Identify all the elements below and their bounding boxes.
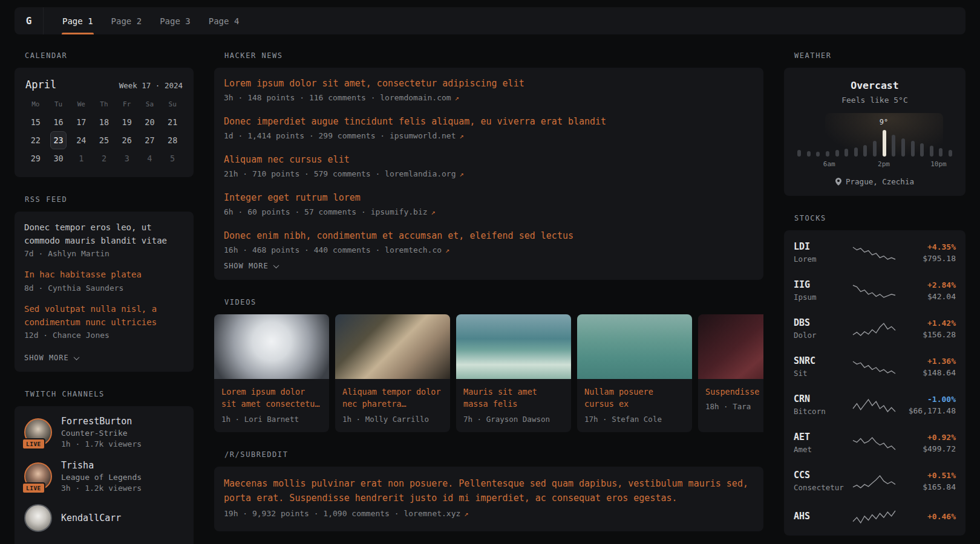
hackernews-post-title[interactable]: Integer eget rutrum lorem: [224, 192, 754, 204]
weather-location: Prague, Czechia: [846, 177, 914, 186]
hackernews-post-source[interactable]: loremlandia.org: [385, 169, 456, 178]
stock-row[interactable]: AETAmet+0.92%$499.72: [794, 424, 956, 462]
rss-item[interactable]: Donec tempor eros leo, ut commodo mauris…: [24, 221, 184, 258]
hackernews-post-title[interactable]: Aliquam nec cursus elit: [224, 154, 754, 166]
hackernews-post-title[interactable]: Donec imperdiet augue tincidunt felis al…: [224, 115, 754, 128]
stock-sparkline: [848, 508, 900, 525]
video-meta: 18h · Tara: [705, 402, 763, 411]
rss-widget: RSS FEED Donec tempor eros leo, ut commo…: [15, 195, 194, 372]
calendar-day: 24: [70, 131, 93, 149]
twitch-channel-row[interactable]: LIVETrishaLeague of Legends3h · 1.2k vie…: [24, 460, 184, 493]
stock-values: +0.46%: [900, 512, 956, 521]
rss-item-meta: 12d · Chance Jones: [24, 331, 184, 340]
weather-bar: [854, 147, 858, 157]
video-card[interactable]: Aliquam tempor dolor nec pharetra…1h · M…: [335, 314, 450, 432]
twitch-channel-list: LIVEForrestBurtonCounter-Strike1h · 1.7k…: [24, 416, 184, 532]
video-title: Nullam posuere cursus ex: [584, 386, 685, 410]
video-card[interactable]: Lorem ipsum dolor sit amet consectetu…1h…: [214, 314, 329, 432]
stock-change: +0.51%: [900, 471, 956, 480]
calendar-header: April Week 17 · 2024: [25, 79, 183, 91]
twitch-channel-row[interactable]: KendallCarr: [24, 504, 184, 532]
stock-row[interactable]: CCSConsectetur+0.51%$165.84: [794, 462, 956, 500]
live-badge: LIVE: [22, 482, 45, 494]
stock-row[interactable]: AHS+0.46%: [794, 500, 956, 533]
video-thumbnail: [456, 314, 571, 379]
tab-page-1[interactable]: Page 1: [53, 7, 102, 34]
stock-row[interactable]: LDILorem+4.35%$795.18: [794, 233, 956, 271]
stock-ticker: CRN: [794, 393, 848, 404]
hackernews-section-title: HACKER NEWS: [224, 51, 763, 60]
hackernews-show-more-button[interactable]: SHOW MORE: [224, 258, 278, 270]
sparkline-chart: [852, 473, 897, 490]
twitch-channel-game: Counter-Strike: [61, 429, 142, 438]
tab-page-3[interactable]: Page 3: [151, 7, 200, 34]
stock-list: LDILorem+4.35%$795.18IIGIpsum+2.84%$42.0…: [794, 233, 956, 533]
subreddit-post: Maecenas mollis pulvinar erat non posuer…: [224, 476, 754, 519]
stock-name: Consectetur: [794, 483, 848, 492]
video-title: Suspendisse diam: [705, 386, 763, 398]
weather-bar: [844, 149, 848, 157]
hackernews-card: Lorem ipsum dolor sit amet, consectetur …: [214, 68, 763, 280]
weather-bar: [883, 130, 886, 157]
left-column: CALENDAR April Week 17 · 2024 MoTuWeThFr…: [15, 51, 194, 544]
center-column: HACKER NEWS Lorem ipsum dolor sit amet, …: [214, 51, 763, 544]
weather-widget: WEATHER Overcast Feels like 5°C 6am2pm10…: [784, 51, 965, 196]
video-thumbnail: [214, 314, 329, 379]
external-link-icon: ↗: [445, 246, 449, 254]
stock-change: +2.84%: [900, 280, 956, 290]
subreddit-post-source[interactable]: loremnet.xyz: [403, 509, 460, 518]
stock-row[interactable]: CRNBitcorn-1.00%$66,171.48: [794, 386, 956, 424]
hackernews-post-title[interactable]: Lorem ipsum dolor sit amet, consectetur …: [224, 77, 754, 90]
video-meta: 17h · Stefan Cole: [584, 415, 685, 424]
stock-row[interactable]: IIGIpsum+2.84%$42.04: [794, 271, 956, 309]
tab-page-2[interactable]: Page 2: [102, 7, 151, 34]
external-link-icon: ↗: [460, 170, 464, 178]
dashboard-grid: CALENDAR April Week 17 · 2024 MoTuWeThFr…: [15, 51, 965, 544]
app-logo[interactable]: G: [15, 7, 44, 34]
stock-row[interactable]: SNRCSit+1.36%$148.64: [794, 348, 956, 386]
calendar-day: 27: [139, 131, 162, 149]
weather-bar: [892, 135, 895, 157]
calendar-days-grid: 1516171819202122232425262728293012345: [24, 113, 184, 167]
rss-show-more-button[interactable]: SHOW MORE: [24, 350, 79, 362]
stock-change: -1.00%: [900, 395, 956, 404]
weather-peak-temp: 9°: [880, 118, 888, 126]
video-meta: 1h · Molly Carrillo: [342, 415, 443, 424]
sparkline-chart: [852, 397, 897, 413]
video-title: Lorem ipsum dolor sit amet consectetu…: [221, 386, 322, 410]
weather-condition: Overcast: [794, 80, 956, 91]
video-card[interactable]: Suspendisse diam18h · Tara: [698, 314, 763, 432]
hackernews-widget: HACKER NEWS Lorem ipsum dolor sit amet, …: [214, 51, 763, 280]
calendar-day: 16: [47, 113, 70, 131]
stock-change: +0.46%: [900, 512, 956, 521]
stock-row[interactable]: DBSDolor+1.42%$156.28: [794, 309, 956, 348]
calendar-month: April: [25, 79, 56, 91]
stock-ticker: CCS: [794, 470, 848, 481]
hackernews-post: Donec enim nibh, condimentum et accumsan…: [224, 230, 754, 254]
tab-page-4[interactable]: Page 4: [200, 7, 249, 34]
hackernews-post-source[interactable]: ipsumify.biz: [371, 207, 428, 216]
rss-item[interactable]: In hac habitasse platea8d · Cynthia Saun…: [24, 268, 184, 293]
stock-name: Ipsum: [794, 293, 848, 302]
stock-ticker: AHS: [794, 511, 848, 522]
stock-change: +1.36%: [900, 357, 956, 366]
hackernews-post-source[interactable]: ipsumworld.net: [390, 131, 456, 140]
twitch-channel-row[interactable]: LIVEForrestBurtonCounter-Strike1h · 1.7k…: [24, 416, 184, 448]
calendar-day: 15: [24, 113, 47, 131]
video-card[interactable]: Mauris sit amet massa felis7h · Grayson …: [456, 314, 571, 432]
video-thumbnail: [698, 314, 763, 379]
location-pin-icon: [835, 178, 841, 186]
hackernews-post-source[interactable]: loremdomain.com: [380, 93, 451, 102]
calendar-day: 29: [24, 149, 47, 167]
hackernews-post-source[interactable]: loremtech.co: [385, 245, 442, 254]
subreddit-post-title[interactable]: Maecenas mollis pulvinar erat non posuer…: [224, 476, 754, 507]
stock-name: Sit: [794, 369, 848, 378]
weather-time-label: 2pm: [878, 160, 890, 168]
stock-info: AETAmet: [794, 432, 848, 454]
stock-price: $156.28: [900, 330, 956, 339]
video-card[interactable]: Nullam posuere cursus ex17h · Stefan Col…: [577, 314, 692, 432]
weather-bar: [816, 152, 820, 157]
rss-list: Donec tempor eros leo, ut commodo mauris…: [24, 221, 184, 340]
rss-item[interactable]: Sed volutpat nulla nisl, a condimentum n…: [24, 303, 184, 340]
hackernews-post-title[interactable]: Donec enim nibh, condimentum et accumsan…: [224, 230, 754, 242]
